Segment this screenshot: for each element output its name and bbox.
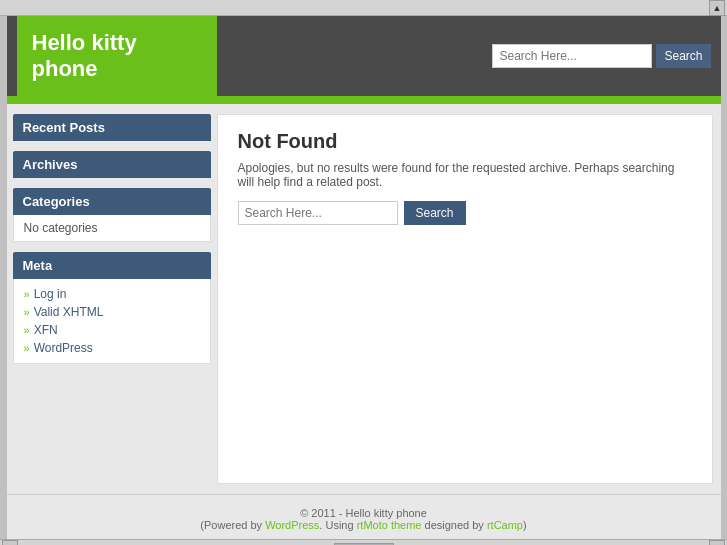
green-accent-bar <box>7 96 721 104</box>
widget-meta-content: Log in Valid XHTML XFN WordPress <box>13 279 211 364</box>
no-categories-text: No categories <box>24 221 98 235</box>
main-search-row: Search <box>238 201 692 225</box>
meta-xfn-link[interactable]: XFN <box>34 323 58 337</box>
list-item: WordPress <box>24 339 200 357</box>
main-search-input[interactable] <box>238 201 398 225</box>
scroll-left-arrow[interactable]: ◄ <box>2 540 18 546</box>
meta-list: Log in Valid XHTML XFN WordPress <box>24 285 200 357</box>
widget-recent-posts: Recent Posts <box>13 114 211 141</box>
header: Hello kitty phone Search <box>7 16 721 96</box>
header-search-button[interactable]: Search <box>656 44 710 68</box>
list-item: Valid XHTML <box>24 303 200 321</box>
header-search-input[interactable] <box>492 44 652 68</box>
main-content: Not Found Apologies, but no results were… <box>217 114 713 484</box>
page-wrapper: Hello kitty phone Search Recent Posts Ar… <box>7 16 721 539</box>
meta-wordpress-link[interactable]: WordPress <box>34 341 93 355</box>
meta-login-link[interactable]: Log in <box>34 287 67 301</box>
widget-archives: Archives <box>13 151 211 178</box>
footer-wordpress-link[interactable]: WordPress <box>265 519 319 531</box>
footer: © 2011 - Hello kitty phone (Powered by W… <box>7 494 721 539</box>
widget-categories-content: No categories <box>13 215 211 242</box>
footer-powered-by: (Powered by WordPress. Using rtMoto them… <box>7 519 721 531</box>
footer-designed-by: designed by <box>421 519 486 531</box>
scrollbar-bottom: ◄ ► <box>0 539 727 545</box>
scroll-right-arrow[interactable]: ► <box>709 540 725 546</box>
main-search-button[interactable]: Search <box>404 201 466 225</box>
not-found-title: Not Found <box>238 130 692 153</box>
site-title: Hello kitty phone <box>17 16 217 96</box>
sidebar: Recent Posts Archives Categories No cate… <box>7 104 217 494</box>
widget-meta: Meta Log in Valid XHTML XFN WordPress <box>13 252 211 364</box>
footer-using: . Using <box>319 519 356 531</box>
widget-meta-title: Meta <box>13 252 211 279</box>
footer-copyright: © 2011 - Hello kitty phone <box>7 507 721 519</box>
footer-rtcamp-link[interactable]: rtCamp <box>487 519 523 531</box>
widget-categories-title: Categories <box>13 188 211 215</box>
header-search-area: Search <box>492 44 710 68</box>
scrollbar-top: ▲ <box>0 0 727 16</box>
list-item: XFN <box>24 321 200 339</box>
not-found-description: Apologies, but no results were found for… <box>238 161 692 189</box>
widget-categories: Categories No categories <box>13 188 211 242</box>
footer-prefix: (Powered by <box>200 519 265 531</box>
content-area: Recent Posts Archives Categories No cate… <box>7 104 721 494</box>
list-item: Log in <box>24 285 200 303</box>
meta-xhtml-link[interactable]: Valid XHTML <box>34 305 104 319</box>
scroll-up-arrow[interactable]: ▲ <box>709 0 725 16</box>
widget-archives-title: Archives <box>13 151 211 178</box>
widget-recent-posts-title: Recent Posts <box>13 114 211 141</box>
footer-theme-link[interactable]: rtMoto theme <box>357 519 422 531</box>
footer-suffix: ) <box>523 519 527 531</box>
